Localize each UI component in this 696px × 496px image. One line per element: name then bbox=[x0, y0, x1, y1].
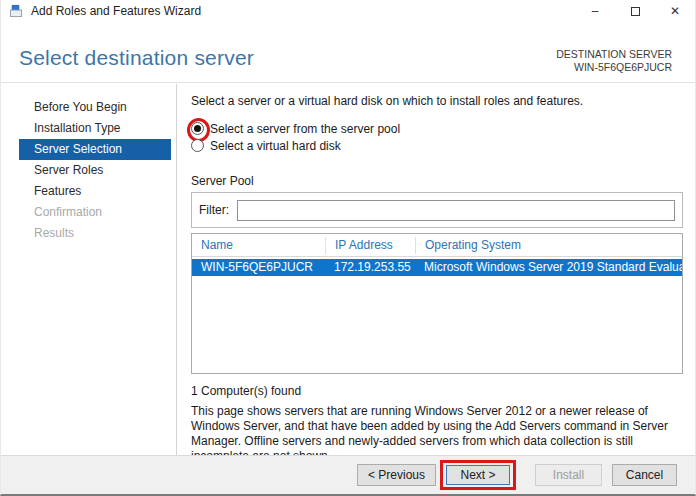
computers-found-text: 1 Computer(s) found bbox=[191, 384, 683, 398]
close-button[interactable]: ✕ bbox=[655, 0, 695, 22]
sidebar-item-installation-type[interactable]: Installation Type bbox=[19, 118, 171, 139]
radio-row-virtual-disk[interactable]: Select a virtual hard disk bbox=[191, 138, 683, 153]
filter-input[interactable] bbox=[237, 200, 675, 221]
server-manager-icon bbox=[9, 4, 24, 18]
radio-label-virtual-disk: Select a virtual hard disk bbox=[210, 139, 341, 153]
sidebar-item-server-roles[interactable]: Server Roles bbox=[19, 160, 171, 181]
filter-label: Filter: bbox=[199, 203, 229, 217]
destination-server-name: WIN-5F6QE6PJUCR bbox=[556, 61, 672, 74]
page-title: Select destination server bbox=[19, 46, 254, 70]
server-os-cell: Microsoft Windows Server 2019 Standard E… bbox=[415, 259, 682, 276]
radio-select-server-pool[interactable] bbox=[191, 122, 204, 135]
wizard-footer: < Previous Next > Install Cancel bbox=[1, 455, 695, 494]
server-name-cell: WIN-5F6QE6PJUCR bbox=[192, 259, 325, 276]
radio-label-server-pool: Select a server from the server pool bbox=[210, 122, 400, 136]
radio-row-server-pool[interactable]: Select a server from the server pool bbox=[191, 121, 683, 136]
destination-server-label: DESTINATION SERVER bbox=[556, 48, 672, 61]
server-pool-title: Server Pool bbox=[191, 174, 683, 188]
wizard-steps-sidebar: Before You Begin Installation Type Serve… bbox=[1, 84, 177, 455]
table-header-row: Name IP Address Operating System bbox=[192, 234, 682, 257]
radio-select-virtual-disk[interactable] bbox=[191, 139, 204, 152]
maximize-button[interactable] bbox=[615, 0, 655, 22]
server-ip-cell: 172.19.253.55 bbox=[325, 259, 415, 276]
server-pool-table: Name IP Address Operating System WIN-5F6… bbox=[191, 233, 683, 374]
intro-text: Select a server or a virtual hard disk o… bbox=[191, 94, 683, 108]
cancel-button[interactable]: Cancel bbox=[612, 464, 677, 486]
wizard-header: Select destination server DESTINATION SE… bbox=[1, 22, 695, 83]
column-header-operating-system[interactable]: Operating System bbox=[415, 237, 682, 254]
maximize-icon bbox=[631, 7, 640, 16]
column-header-ip-address[interactable]: IP Address bbox=[325, 237, 415, 254]
install-button: Install bbox=[535, 464, 602, 486]
sidebar-item-before-you-begin[interactable]: Before You Begin bbox=[19, 97, 171, 118]
previous-button[interactable]: < Previous bbox=[357, 464, 436, 486]
window-title: Add Roles and Features Wizard bbox=[31, 4, 575, 18]
wizard-content: Select a server or a virtual hard disk o… bbox=[178, 84, 695, 455]
sidebar-item-features[interactable]: Features bbox=[19, 181, 171, 202]
wizard-window: Add Roles and Features Wizard – ✕ Select… bbox=[0, 0, 696, 496]
sidebar-item-server-selection[interactable]: Server Selection bbox=[19, 139, 171, 160]
column-header-name[interactable]: Name bbox=[192, 238, 325, 252]
annotation-rectangle: Next > bbox=[440, 460, 516, 490]
server-pool-filter-box: Filter: bbox=[191, 192, 683, 228]
sidebar-item-confirmation: Confirmation bbox=[19, 202, 171, 223]
next-button[interactable]: Next > bbox=[446, 465, 510, 485]
sidebar-item-results: Results bbox=[19, 223, 171, 244]
minimize-button[interactable]: – bbox=[575, 0, 615, 22]
table-row[interactable]: WIN-5F6QE6PJUCR 172.19.253.55 Microsoft … bbox=[192, 259, 682, 276]
destination-server-block: DESTINATION SERVER WIN-5F6QE6PJUCR bbox=[556, 48, 672, 74]
title-bar: Add Roles and Features Wizard – ✕ bbox=[1, 0, 695, 22]
